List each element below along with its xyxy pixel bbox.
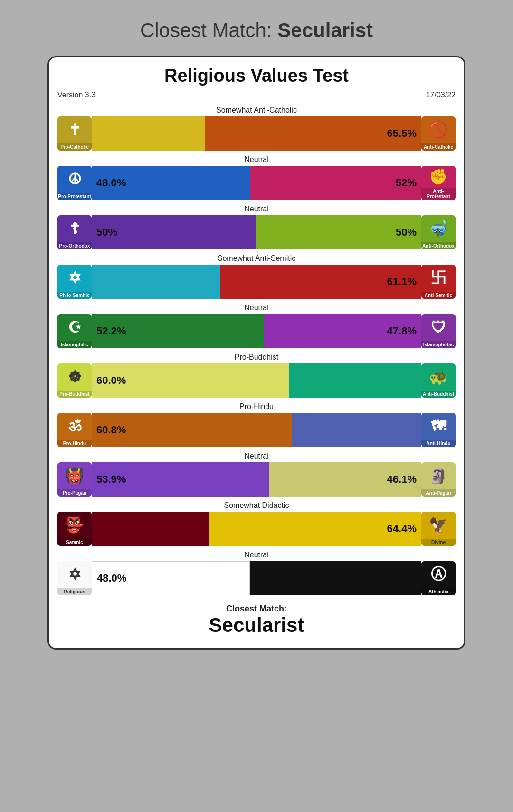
left-icon-1: ☮ Pro-Protestant xyxy=(57,166,92,200)
bar-row-4: ☪ Islamophilic 52.2%47.8% 🛡 Islamophobic xyxy=(57,314,456,348)
axis-row-2: Neutral ☦ Pro-Orthodox 50%50% 🤿 Anti-Ort… xyxy=(57,205,456,249)
right-icon-4: 🛡 Islamophobic xyxy=(421,314,456,348)
axes-container: Somewhat Anti-Catholic ✝ Pro-Catholic 65… xyxy=(57,106,456,595)
header-prefix: Closest Match: xyxy=(140,19,272,41)
bottom-match-value: Secularist xyxy=(57,614,456,637)
left-bar-7: 53.9% xyxy=(92,462,269,497)
bar-row-8: 👺 Satanic 64.4% 🦅 Divine xyxy=(57,512,456,546)
bars-container-7: 53.9%46.1% xyxy=(92,462,421,497)
axis-row-4: Neutral ☪ Islamophilic 52.2%47.8% 🛡 Isla… xyxy=(57,304,456,348)
right-bar-4: 47.8% xyxy=(264,314,421,348)
bar-row-3: ✡ Philo-Semitic 61.1% 卐 Anti-Semitic xyxy=(57,265,456,299)
bars-container-3: 61.1% xyxy=(92,265,421,299)
right-icon-0: 🚫 Anti-Catholic xyxy=(421,116,456,151)
axis-label-6: Pro-Hindu xyxy=(57,402,456,411)
bottom-match-label: Closest Match: xyxy=(57,604,456,614)
page-header: Closest Match: Secularist xyxy=(140,19,373,42)
right-bar-9 xyxy=(250,561,421,595)
bars-container-6: 60.8% xyxy=(92,413,421,447)
axis-row-6: Pro-Hindu ॐ Pro-Hindu 60.8% 🗺 Anti-Hindu xyxy=(57,402,456,447)
bar-row-7: 👹 Pro-Pagan 53.9%46.1% 🗿 Anti-Pagan xyxy=(57,462,456,497)
bars-container-0: 65.5% xyxy=(92,116,421,151)
right-icon-7: 🗿 Anti-Pagan xyxy=(421,462,456,497)
header-value: Secularist xyxy=(277,19,373,41)
axis-label-1: Neutral xyxy=(57,155,456,164)
right-bar-7: 46.1% xyxy=(269,462,421,497)
left-icon-4: ☪ Islamophilic xyxy=(57,314,92,348)
left-icon-8: 👺 Satanic xyxy=(57,512,92,546)
card-header: Religious Values Test xyxy=(57,66,456,86)
left-icon-9: ✡ Religious xyxy=(57,561,92,595)
right-icon-8: 🦅 Divine xyxy=(421,512,456,546)
right-icon-9: Ⓐ Atheistic xyxy=(421,561,456,595)
bars-container-1: 48.0%52% xyxy=(92,166,421,200)
right-bar-6 xyxy=(292,413,421,447)
bottom-match: Closest Match: Secularist xyxy=(57,604,456,637)
card-date: 17/03/22 xyxy=(426,91,456,99)
axis-row-8: Somewhat Didactic 👺 Satanic 64.4% 🦅 Divi… xyxy=(57,501,456,546)
axis-label-2: Neutral xyxy=(57,205,456,213)
axis-row-3: Somewhat Anti-Semitic ✡ Philo-Semitic 61… xyxy=(57,254,456,299)
bars-container-2: 50%50% xyxy=(92,215,421,249)
right-icon-2: 🤿 Anti-Orthodox xyxy=(421,215,456,249)
bars-container-4: 52.2%47.8% xyxy=(92,314,421,348)
card: Religious Values Test Version 3.3 17/03/… xyxy=(48,56,466,650)
left-icon-7: 👹 Pro-Pagan xyxy=(57,462,92,497)
bars-container-9: 48.0% xyxy=(92,561,421,595)
card-subheader: Version 3.3 17/03/22 xyxy=(57,91,456,99)
right-bar-8: 64.4% xyxy=(209,512,421,546)
axis-label-7: Neutral xyxy=(57,452,456,460)
bar-row-9: ✡ Religious 48.0% Ⓐ Atheistic xyxy=(57,561,456,595)
left-bar-5: 60.0% xyxy=(92,363,289,398)
left-bar-0 xyxy=(92,116,205,151)
axis-row-5: Pro-Buddhist ☸ Pro-Buddhist 60.0% 🐢 Anti… xyxy=(57,353,456,398)
card-title: Religious Values Test xyxy=(57,66,456,86)
right-bar-0: 65.5% xyxy=(205,116,421,151)
left-bar-1: 48.0% xyxy=(92,166,250,200)
left-bar-4: 52.2% xyxy=(92,314,264,348)
right-icon-5: 🐢 Anti-Buddhist xyxy=(421,363,456,398)
left-bar-8 xyxy=(92,512,209,546)
right-bar-5 xyxy=(289,363,421,398)
bars-container-8: 64.4% xyxy=(92,512,421,546)
axis-label-9: Neutral xyxy=(57,551,456,559)
left-bar-2: 50% xyxy=(92,215,256,249)
left-bar-3 xyxy=(92,265,220,299)
axis-label-3: Somewhat Anti-Semitic xyxy=(57,254,456,263)
left-icon-2: ☦ Pro-Orthodox xyxy=(57,215,92,249)
bar-row-0: ✝ Pro-Catholic 65.5% 🚫 Anti-Catholic xyxy=(57,116,456,151)
axis-row-0: Somewhat Anti-Catholic ✝ Pro-Catholic 65… xyxy=(57,106,456,151)
right-bar-3: 61.1% xyxy=(220,265,421,299)
left-icon-6: ॐ Pro-Hindu xyxy=(57,413,92,447)
card-version: Version 3.3 xyxy=(57,91,95,99)
bar-row-2: ☦ Pro-Orthodox 50%50% 🤿 Anti-Orthodox xyxy=(57,215,456,249)
axis-label-4: Neutral xyxy=(57,304,456,312)
left-bar-6: 60.8% xyxy=(92,413,292,447)
axis-label-8: Somewhat Didactic xyxy=(57,501,456,510)
bar-row-1: ☮ Pro-Protestant 48.0%52% ✊ Anti-Protest… xyxy=(57,166,456,200)
axis-row-7: Neutral 👹 Pro-Pagan 53.9%46.1% 🗿 Anti-Pa… xyxy=(57,452,456,497)
axis-row-1: Neutral ☮ Pro-Protestant 48.0%52% ✊ Anti… xyxy=(57,155,456,200)
right-icon-1: ✊ Anti-Protestant xyxy=(421,166,456,200)
left-icon-3: ✡ Philo-Semitic xyxy=(57,265,92,299)
left-icon-0: ✝ Pro-Catholic xyxy=(57,116,92,151)
right-bar-1: 52% xyxy=(250,166,421,200)
left-bar-9: 48.0% xyxy=(92,561,250,595)
axis-label-5: Pro-Buddhist xyxy=(57,353,456,362)
axis-label-0: Somewhat Anti-Catholic xyxy=(57,106,456,115)
axis-row-9: Neutral ✡ Religious 48.0% Ⓐ Atheistic xyxy=(57,551,456,595)
bar-row-6: ॐ Pro-Hindu 60.8% 🗺 Anti-Hindu xyxy=(57,413,456,447)
right-bar-2: 50% xyxy=(256,215,421,249)
right-icon-6: 🗺 Anti-Hindu xyxy=(421,413,456,447)
right-icon-3: 卐 Anti-Semitic xyxy=(421,265,456,299)
bar-row-5: ☸ Pro-Buddhist 60.0% 🐢 Anti-Buddhist xyxy=(57,363,456,398)
left-icon-5: ☸ Pro-Buddhist xyxy=(57,363,92,398)
bars-container-5: 60.0% xyxy=(92,363,421,398)
